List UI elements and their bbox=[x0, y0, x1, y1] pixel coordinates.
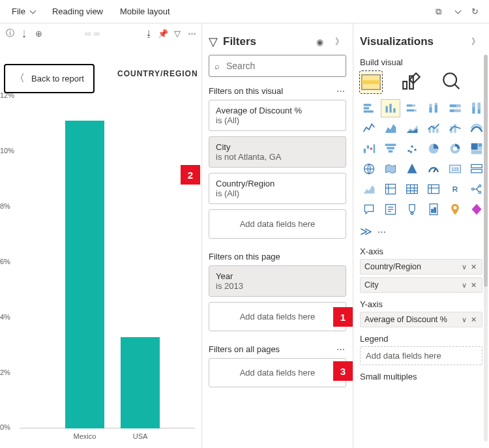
export-icon[interactable]: ⭳ bbox=[143, 29, 155, 38]
viz-stacked-column-icon[interactable] bbox=[424, 100, 443, 117]
bar-chart[interactable]: 0% 2% 4% 6% 8% 10% 12% Mexico USA bbox=[0, 100, 195, 441]
viz-kpi-icon[interactable] bbox=[360, 181, 378, 198]
viz-paginated-icon[interactable] bbox=[424, 201, 443, 218]
viz-table-icon[interactable] bbox=[403, 181, 421, 198]
remove-icon[interactable]: ✕ bbox=[469, 263, 478, 271]
filter-dropzone-page[interactable]: Add data fields here bbox=[209, 302, 346, 331]
chevron-down-icon[interactable]: ∨ bbox=[460, 316, 469, 324]
callout-3: 3 bbox=[333, 361, 353, 381]
viz-goals-icon[interactable] bbox=[403, 201, 421, 218]
svg-rect-5 bbox=[364, 104, 372, 106]
viz-100-bar-icon[interactable] bbox=[446, 100, 464, 117]
expand-icon[interactable]: ⊕ bbox=[33, 29, 44, 38]
svg-rect-9 bbox=[389, 104, 391, 112]
viz-qa-icon[interactable] bbox=[360, 201, 378, 218]
viz-area-icon[interactable] bbox=[381, 120, 400, 137]
viz-matrix-icon[interactable] bbox=[424, 181, 443, 198]
filter-card-city[interactable]: City is not Atlanta, GA bbox=[209, 136, 346, 168]
viz-map-icon[interactable] bbox=[360, 160, 378, 177]
xaxis-pill-country[interactable]: Country/Region ∨ ✕ bbox=[360, 259, 482, 275]
grip-icon[interactable]: ══ bbox=[47, 29, 140, 38]
menu-file[interactable]: File bbox=[5, 3, 42, 20]
svg-point-61 bbox=[479, 191, 481, 193]
collapse-icon[interactable]: 》 bbox=[468, 36, 482, 48]
filters-search-input[interactable] bbox=[225, 60, 342, 72]
viz-card-icon[interactable]: 123 bbox=[446, 160, 464, 177]
viz-gauge-icon[interactable] bbox=[424, 160, 443, 177]
bar-mexico[interactable] bbox=[65, 121, 104, 428]
remove-icon[interactable]: ✕ bbox=[469, 281, 478, 290]
viz-r-icon[interactable]: R bbox=[446, 181, 464, 198]
ytick: 2% bbox=[0, 368, 10, 376]
viz-scatter-icon[interactable] bbox=[403, 140, 421, 157]
copy-icon[interactable]: ⧉ bbox=[429, 7, 447, 17]
viz-narrative-icon[interactable] bbox=[381, 201, 400, 218]
filter-icon[interactable]: ▽ bbox=[171, 29, 183, 38]
viz-clustered-column-icon[interactable] bbox=[381, 100, 400, 117]
svg-rect-14 bbox=[414, 110, 416, 112]
filter-card-discount[interactable]: Average of Discount % is (All) bbox=[209, 100, 346, 131]
viz-automate-icon[interactable]: ≫ bbox=[360, 224, 372, 239]
filters-pane: ▽ Filters ◉ 》 ⌕ Filters on this visual ⋯… bbox=[202, 23, 353, 448]
more-icon[interactable]: ⋯ bbox=[336, 86, 346, 96]
chevron-down-icon bbox=[28, 7, 35, 16]
viz-decomposition-icon[interactable] bbox=[467, 181, 486, 198]
search-icon: ⌕ bbox=[215, 61, 220, 71]
viz-funnel-icon[interactable] bbox=[381, 140, 400, 157]
viz-waterfall-icon[interactable] bbox=[360, 140, 378, 157]
viz-donut-icon[interactable] bbox=[446, 140, 464, 157]
filters-search[interactable]: ⌕ bbox=[209, 55, 346, 77]
more-icon[interactable]: ⋯ bbox=[378, 227, 386, 237]
viz-arcgis-icon[interactable] bbox=[446, 201, 464, 218]
viz-pie-icon[interactable] bbox=[424, 140, 443, 157]
viz-line-icon[interactable] bbox=[360, 120, 378, 137]
analytics-mode[interactable] bbox=[441, 71, 463, 93]
viz-azure-map-icon[interactable] bbox=[403, 160, 421, 177]
viz-filled-map-icon[interactable] bbox=[381, 160, 400, 177]
legend-dropzone[interactable]: Add data fields here bbox=[360, 346, 482, 365]
more-icon[interactable]: ⋯ bbox=[186, 29, 198, 38]
collapse-icon[interactable]: 》 bbox=[332, 36, 346, 48]
refresh-icon[interactable]: ↻ bbox=[466, 7, 484, 16]
filter-card-year[interactable]: Year is 2013 bbox=[209, 265, 346, 297]
viz-powerapps-icon[interactable] bbox=[467, 201, 486, 218]
chevron-down-icon[interactable]: ∨ bbox=[460, 281, 469, 290]
chart-baseline bbox=[20, 428, 195, 428]
remove-icon[interactable]: ✕ bbox=[469, 316, 478, 324]
drill-up-icon[interactable]: ⓘ bbox=[4, 27, 16, 39]
svg-rect-22 bbox=[454, 110, 460, 112]
viz-scrollbar[interactable] bbox=[484, 55, 488, 441]
svg-rect-46 bbox=[471, 143, 478, 150]
viz-slicer-icon[interactable] bbox=[381, 181, 400, 198]
build-visual-mode[interactable] bbox=[360, 71, 382, 93]
viz-stacked-bar-icon[interactable] bbox=[360, 100, 378, 117]
xaxis-pill-city[interactable]: City ∨ ✕ bbox=[360, 277, 482, 293]
bar-usa[interactable] bbox=[121, 337, 160, 428]
chevron-down-icon[interactable]: ∨ bbox=[460, 263, 469, 271]
drill-down-icon[interactable]: ⭭ bbox=[18, 29, 30, 38]
filter-card-country[interactable]: Country/Region is (All) bbox=[209, 173, 346, 204]
yaxis-pill-discount[interactable]: Average of Discount % ∨ ✕ bbox=[360, 312, 482, 327]
svg-rect-36 bbox=[385, 144, 396, 146]
filter-dropzone-all[interactable]: Add data fields here bbox=[209, 358, 346, 387]
svg-rect-31 bbox=[454, 124, 456, 132]
section-page-title: Filters on this page bbox=[209, 252, 280, 261]
viz-treemap-icon[interactable] bbox=[467, 140, 486, 157]
pin-icon[interactable]: 📌 bbox=[157, 29, 169, 38]
svg-rect-1 bbox=[362, 80, 380, 84]
format-visual-mode[interactable] bbox=[400, 71, 422, 93]
filter-dropzone-visual[interactable]: Add data fields here bbox=[209, 209, 346, 239]
viz-stacked-area-icon[interactable] bbox=[403, 120, 421, 137]
viz-multi-card-icon[interactable] bbox=[467, 160, 486, 177]
back-to-report-button[interactable]: 〈 Back to report bbox=[4, 64, 95, 93]
viz-100-column-icon[interactable] bbox=[467, 100, 486, 117]
viz-stacked-bar-h-icon[interactable] bbox=[403, 100, 421, 117]
viz-line-stacked-icon[interactable] bbox=[446, 120, 464, 137]
eye-icon[interactable]: ◉ bbox=[312, 37, 327, 47]
viz-ribbon-icon[interactable] bbox=[467, 120, 486, 137]
chevron-down-icon[interactable] bbox=[447, 7, 466, 16]
menu-mobile-layout[interactable]: Mobile layout bbox=[113, 3, 177, 20]
viz-line-column-icon[interactable] bbox=[424, 120, 443, 137]
more-icon[interactable]: ⋯ bbox=[336, 344, 346, 354]
menu-reading-view[interactable]: Reading view bbox=[46, 3, 110, 20]
